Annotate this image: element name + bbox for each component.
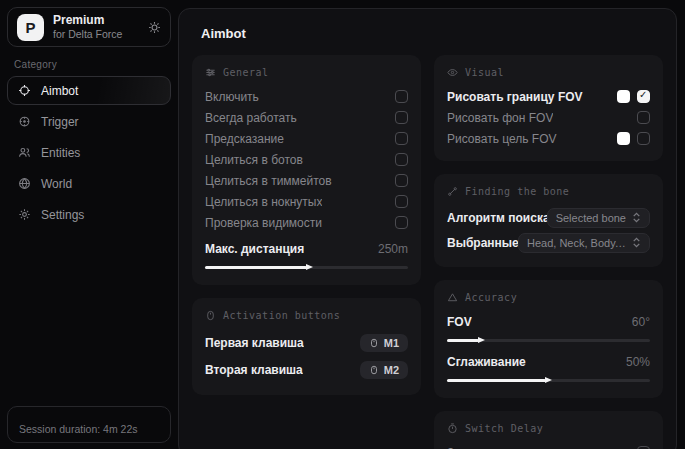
panel-visual-header: Visual — [447, 67, 650, 78]
session-duration: Session duration: 4m 22s — [7, 406, 171, 443]
checkbox-fov-background[interactable] — [637, 111, 650, 124]
keybind-label: Первая клавиша — [205, 336, 304, 350]
triangle-icon — [447, 292, 458, 303]
toggle-label: Предсказание — [205, 132, 284, 146]
sidebar-item-aimbot[interactable]: Aimbot — [7, 76, 171, 105]
slider-row-fov: FOV 60° — [447, 311, 650, 332]
app-title: Premium — [53, 13, 139, 28]
keybind-button-secondary[interactable]: M2 — [360, 361, 408, 379]
panel-title: Visual — [465, 67, 504, 78]
panel-title: Activation buttons — [223, 310, 340, 321]
keybind-label: Вторая клавиша — [205, 363, 303, 377]
checkbox-fov-target[interactable] — [637, 132, 650, 145]
max-distance-slider[interactable] — [205, 266, 408, 269]
timer-icon — [447, 423, 458, 434]
toggle-label: Всегда работать — [205, 111, 297, 125]
sidebar-item-label: Trigger — [41, 115, 79, 129]
select-value: Selected bone — [556, 212, 626, 224]
mouse-icon — [369, 365, 379, 375]
panel-visual: Visual Рисовать границу FOV Рисовать фон… — [434, 55, 663, 161]
toggle-row-enable: Включить — [205, 86, 408, 107]
toggle-label: Целиться в ботов — [205, 153, 303, 167]
visual-row-fov-border: Рисовать границу FOV — [447, 86, 650, 107]
sidebar: P Premium for Delta Force Category Aimbo… — [0, 0, 178, 449]
checkbox-visibility-check[interactable] — [395, 216, 408, 229]
checkbox-aim-knocked[interactable] — [395, 195, 408, 208]
toggle-row-prediction: Предсказание — [205, 128, 408, 149]
bone-algorithm-select[interactable]: Selected bone — [547, 208, 650, 228]
slider-label: FOV — [447, 315, 472, 329]
bone-icon — [447, 186, 458, 197]
selected-bones-select[interactable]: Head, Neck, Body, Pe... — [518, 233, 650, 253]
slider-fill — [205, 266, 307, 269]
sidebar-item-label: Entities — [41, 146, 80, 160]
color-swatch-fov-border[interactable] — [617, 90, 630, 103]
checkbox-prediction[interactable] — [395, 132, 408, 145]
toggle-row-aim-bots: Целиться в ботов — [205, 149, 408, 170]
visual-label: Рисовать границу FOV — [447, 90, 583, 104]
mouse-icon — [369, 338, 379, 348]
slider-value: 60° — [632, 315, 650, 329]
smoothing-slider[interactable] — [447, 379, 650, 382]
visual-label: Рисовать цель FOV — [447, 132, 557, 146]
crosshair-icon — [18, 84, 31, 97]
settings-gear-icon — [18, 208, 31, 221]
unfold-icon — [632, 212, 641, 223]
toggle-row-visibility-check: Проверка видимости — [205, 212, 408, 233]
checkbox-enable[interactable] — [395, 90, 408, 103]
sidebar-nav: Aimbot Trigger Entities — [0, 76, 178, 229]
keybind-value: M2 — [384, 364, 399, 376]
checkbox-always-work[interactable] — [395, 111, 408, 124]
panel-general: General Включить Всегда работать Предска… — [192, 55, 421, 285]
toggle-label: Задержка переключения — [447, 446, 585, 449]
slider-fill — [447, 339, 479, 342]
color-swatch-fov-target[interactable] — [617, 132, 630, 145]
sidebar-item-world[interactable]: World — [7, 169, 171, 198]
sidebar-item-label: Aimbot — [41, 84, 78, 98]
category-label: Category — [14, 59, 178, 70]
checkbox-aim-bots[interactable] — [395, 153, 408, 166]
visual-row-fov-target: Рисовать цель FOV — [447, 128, 650, 149]
sidebar-item-label: World — [41, 177, 72, 191]
panel-title: Accuracy — [465, 292, 517, 303]
checkbox-fov-border[interactable] — [637, 90, 650, 103]
visual-row-fov-background: Рисовать фон FOV — [447, 107, 650, 128]
panel-title: Finding the bone — [465, 186, 569, 197]
globe-icon — [18, 177, 31, 190]
trigger-icon — [18, 115, 31, 128]
bone-row-algorithm: Алгоритм поиска кости Selected bone — [447, 205, 650, 230]
slider-label: Сглаживание — [447, 355, 526, 369]
toggle-row-aim-knocked: Целиться в нокнутых — [205, 191, 408, 212]
sidebar-item-entities[interactable]: Entities — [7, 138, 171, 167]
slider-value: 250m — [378, 242, 408, 256]
gear-icon[interactable] — [148, 21, 161, 34]
keybind-button-primary[interactable]: M1 — [360, 334, 408, 352]
session-duration-text: Session duration: 4m 22s — [19, 423, 137, 435]
bone-row-selected-bones: Выбранные кости Head, Neck, Body, Pe... — [447, 230, 650, 255]
toggle-label: Целиться в нокнутых — [205, 195, 322, 209]
keybind-value: M1 — [384, 337, 399, 349]
slider-fill — [447, 379, 546, 382]
toggle-row-aim-teammates: Целиться в тиммейтов — [205, 170, 408, 191]
sidebar-item-trigger[interactable]: Trigger — [7, 107, 171, 136]
sidebar-item-settings[interactable]: Settings — [7, 200, 171, 229]
checkbox-aim-teammates[interactable] — [395, 174, 408, 187]
panel-general-header: General — [205, 67, 408, 78]
app-subtitle: for Delta Force — [53, 28, 139, 41]
toggle-label: Целиться в тиммейтов — [205, 174, 332, 188]
slider-value: 50% — [626, 355, 650, 369]
panel-title: Switch Delay — [465, 423, 543, 434]
panel-switch-delay-header: Switch Delay — [447, 423, 650, 434]
slider-label: Макс. дистанция — [205, 242, 304, 256]
page-title: Aimbot — [201, 26, 664, 41]
panel-accuracy: Accuracy FOV 60° Сглаживание 50% — [434, 280, 663, 398]
slider-row-smoothing: Сглаживание 50% — [447, 351, 650, 372]
main-content: Aimbot General Включить — [178, 8, 677, 449]
select-value: Head, Neck, Body, Pe... — [527, 237, 626, 249]
panel-finding-bone: Finding the bone Алгоритм поиска кости S… — [434, 174, 663, 267]
toggle-label: Включить — [205, 90, 259, 104]
premium-card: P Premium for Delta Force — [7, 7, 171, 47]
toggle-row-always-work: Всегда работать — [205, 107, 408, 128]
eye-icon — [447, 67, 458, 78]
fov-slider[interactable] — [447, 339, 650, 342]
